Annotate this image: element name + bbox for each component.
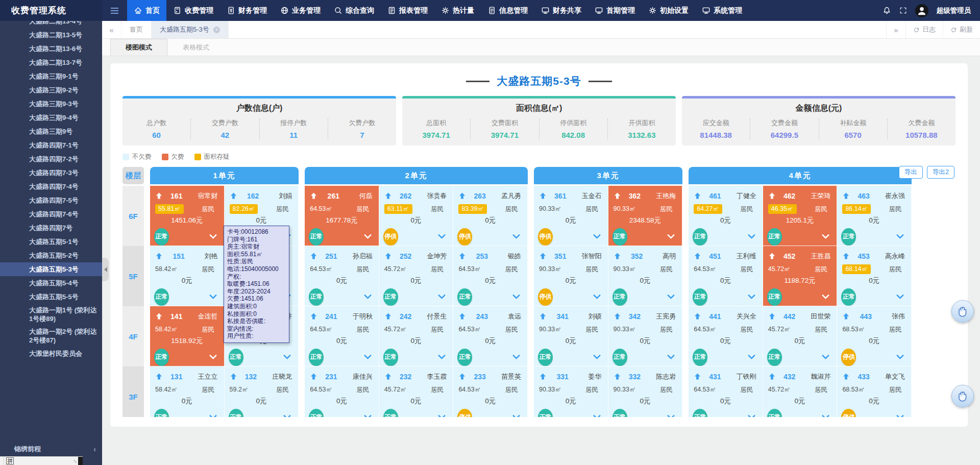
mode-tab-表格模式[interactable]: 表格模式 xyxy=(167,39,225,56)
room-cell-262[interactable]: 262张贵春63.11㎡居民0元停供 xyxy=(379,186,454,246)
room-cell-141[interactable]: 141金连哲58.42㎡居民1518.92元正常 xyxy=(150,306,225,366)
chevron-down-icon[interactable] xyxy=(512,412,521,417)
nav-item-业务管理[interactable]: 业务管理 xyxy=(274,0,327,21)
room-cell-352[interactable]: 352高明90.33㎡居民0元正常 xyxy=(608,246,683,306)
sidebar-item-building[interactable]: 大盛路四期7-5号 xyxy=(0,193,102,207)
tabs-scroll-right-icon[interactable]: » xyxy=(886,21,905,38)
ime-mode-label[interactable]: 拼 xyxy=(6,457,14,464)
room-cell-451[interactable]: 451王利维64.53㎡居民0元正常 xyxy=(689,246,763,306)
sidebar-item-building[interactable]: 大盛路三期9-2号 xyxy=(0,83,102,97)
ime-drag-handle[interactable] xyxy=(0,457,4,465)
room-cell-431[interactable]: 431丁铁刚64.53㎡居民0元正常 xyxy=(689,366,763,417)
room-cell-242[interactable]: 242付景生45.72㎡居民0元正常 xyxy=(379,306,454,366)
chevron-down-icon[interactable] xyxy=(364,231,372,239)
chevron-down-icon[interactable] xyxy=(209,291,217,300)
sidebar-collapse-icon[interactable]: ‹ xyxy=(93,445,96,453)
nav-item-初始设置[interactable]: 初始设置 xyxy=(642,0,695,21)
sidebar-item-building[interactable]: 大盛路三期9-3号 xyxy=(0,97,102,111)
sidebar-item-building[interactable]: 大盛路三期9-4号 xyxy=(0,111,102,125)
chevron-down-icon[interactable] xyxy=(822,352,830,360)
chevron-down-icon[interactable] xyxy=(896,352,904,360)
drag-hand-button-2[interactable] xyxy=(951,385,974,407)
room-cell-251[interactable]: 251孙启福64.53㎡居民0元正常 xyxy=(305,246,379,306)
chevron-down-icon[interactable] xyxy=(364,412,372,417)
chevron-down-icon[interactable] xyxy=(364,291,372,300)
chevron-down-icon[interactable] xyxy=(512,352,521,360)
nav-item-系统管理[interactable]: 系统管理 xyxy=(695,0,749,21)
chevron-down-icon[interactable] xyxy=(438,291,446,300)
nav-item-热计量[interactable]: 热计量 xyxy=(434,0,481,21)
tab-action-刷新[interactable]: 刷新 xyxy=(943,21,980,38)
tabs-scroll-left-icon[interactable]: « xyxy=(102,21,121,38)
nav-item-综合查询[interactable]: 综合查询 xyxy=(327,0,381,21)
nav-item-收费管理[interactable]: 收费管理 xyxy=(166,0,220,21)
sidebar-item-building[interactable]: 大盛路四期7-1号 xyxy=(0,138,102,152)
page-tab-大盛路五期5-3号[interactable]: 大盛路五期5-3号× xyxy=(152,21,229,38)
footer-community-label[interactable]: 锦绣前程 xyxy=(14,445,41,454)
room-cell-453[interactable]: 453高永峰68.14㎡居民0元正常 xyxy=(837,246,912,306)
tab-close-icon[interactable]: × xyxy=(213,27,220,33)
sidebar-collapse-handle[interactable] xyxy=(102,258,109,281)
nav-item-首期管理[interactable]: 首期管理 xyxy=(588,0,642,21)
room-cell-361[interactable]: 361玉金石90.33㎡居民0元停供 xyxy=(534,186,608,246)
sidebar-item-building[interactable]: 大盛路四期7-6号 xyxy=(0,207,102,221)
room-cell-161[interactable]: 161宿常财55.81㎡居民1451.06元正常 xyxy=(150,186,225,246)
sidebar-item-building[interactable]: 大盛路二期13-5号 xyxy=(0,28,102,42)
chevron-down-icon[interactable] xyxy=(667,412,675,417)
drag-hand-button-1[interactable] xyxy=(951,300,974,323)
room-cell-132[interactable]: 132庄晓龙59.2㎡居民0元正常 xyxy=(225,366,299,417)
chevron-down-icon[interactable] xyxy=(667,352,675,360)
sidebar-item-building[interactable]: 大盛路五期5-3号 xyxy=(0,262,102,276)
room-cell-463[interactable]: 463崔永强86.14㎡居民0元正常 xyxy=(837,186,912,246)
chevron-down-icon[interactable] xyxy=(667,291,675,300)
room-cell-252[interactable]: 252金坤芳45.72㎡居民0元正常 xyxy=(379,246,454,306)
room-cell-432[interactable]: 432魏淑芹45.72㎡居民0元正常 xyxy=(763,366,838,417)
tab-action-日志[interactable]: 日志 xyxy=(905,21,943,38)
sidebar-item-building[interactable]: 大盛路二期13-6号 xyxy=(0,42,102,56)
chevron-down-icon[interactable] xyxy=(593,291,601,300)
sidebar-item-building[interactable]: 大盛路二期13-4号 xyxy=(0,21,102,28)
export-button-导出[interactable]: 导出 xyxy=(899,166,923,179)
room-cell-243[interactable]: 243袁远64.53㎡居民0元正常 xyxy=(453,306,528,366)
room-cell-261[interactable]: 261何磊64.53㎡居民1677.78元正常 xyxy=(305,186,379,246)
chevron-down-icon[interactable] xyxy=(438,352,446,360)
sidebar-item-building[interactable]: 大盛路五期5-4号 xyxy=(0,276,102,290)
nav-item-信息管理[interactable]: 信息管理 xyxy=(481,0,534,21)
room-cell-443[interactable]: 443张伟68.53㎡居民0元停供 xyxy=(837,306,912,366)
menu-toggle-icon[interactable] xyxy=(102,0,127,21)
chevron-down-icon[interactable] xyxy=(283,412,291,417)
sidebar-item-building[interactable]: 大盛路二期13-7号 xyxy=(0,56,102,69)
sidebar-item-building[interactable]: 大盛路五期5-2号 xyxy=(0,249,102,262)
room-cell-442[interactable]: 442田世荣45.72㎡居民0元正常 xyxy=(763,306,838,366)
sidebar-item-building[interactable]: 大盛路一期1号 (荣利达1号楼89) xyxy=(0,304,102,325)
room-cell-151[interactable]: 151刘艳58.42㎡居民0元正常 xyxy=(150,246,225,306)
room-cell-461[interactable]: 461丁健全64.27㎡居民0元正常 xyxy=(689,186,763,246)
nav-item-报表管理[interactable]: 报表管理 xyxy=(381,0,434,21)
room-cell-441[interactable]: 441关兴全64.53㎡居民0元正常 xyxy=(689,306,763,366)
chevron-down-icon[interactable] xyxy=(748,231,756,239)
sidebar-item-building[interactable]: 大盛路四期7号 xyxy=(0,221,102,235)
sidebar-item-building[interactable]: 大盛路一期2号 (荣利达2号楼87) xyxy=(0,325,102,347)
nav-item-财务共享[interactable]: 财务共享 xyxy=(534,0,588,21)
chevron-down-icon[interactable] xyxy=(593,352,601,360)
chevron-down-icon[interactable] xyxy=(822,412,830,417)
room-cell-342[interactable]: 342王宪勇90.33㎡居民0元正常 xyxy=(608,306,683,366)
chevron-down-icon[interactable] xyxy=(209,231,217,239)
chevron-down-icon[interactable] xyxy=(209,412,217,417)
mode-tab-楼图模式[interactable]: 楼图模式 xyxy=(110,39,167,56)
room-cell-362[interactable]: 362王艳梅90.33㎡居民2348.58元正常 xyxy=(608,186,683,246)
room-cell-452[interactable]: 452王胜昌45.72㎡居民1188.72元正常 xyxy=(763,246,838,306)
chevron-down-icon[interactable] xyxy=(593,231,601,239)
chevron-down-icon[interactable] xyxy=(283,352,291,360)
chevron-down-icon[interactable] xyxy=(748,291,756,300)
bell-icon[interactable] xyxy=(883,6,891,15)
room-cell-332[interactable]: 332陈志岩90.33㎡居民0元正常 xyxy=(608,366,683,417)
sidebar-item-building[interactable]: 大盛路三期9号 xyxy=(0,125,102,138)
chevron-down-icon[interactable] xyxy=(822,291,830,300)
room-cell-241[interactable]: 241于明秋64.53㎡居民0元正常 xyxy=(305,306,379,366)
export-button-导出2[interactable]: 导出2 xyxy=(927,166,954,179)
sidebar-item-building[interactable]: 大盛路四期7-3号 xyxy=(0,166,102,180)
room-cell-433[interactable]: 433单文飞68.53㎡居民0元停供 xyxy=(837,366,912,417)
room-cell-331[interactable]: 331姜华90.33㎡居民0元正常 xyxy=(534,366,608,417)
chevron-down-icon[interactable] xyxy=(512,291,521,300)
